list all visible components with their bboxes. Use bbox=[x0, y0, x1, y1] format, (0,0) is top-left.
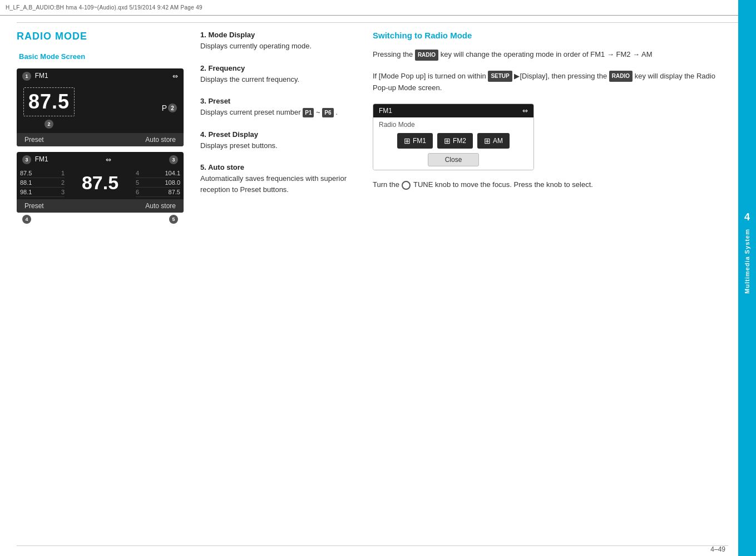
popup-arrow: ⇔ bbox=[522, 107, 528, 115]
popup-am-btn[interactable]: ⊞ AM bbox=[477, 133, 510, 149]
circle-2: 2 bbox=[45, 120, 53, 129]
item-auto-store: 5. Auto store Automatically saves freque… bbox=[200, 163, 350, 195]
popup-fm1-label: FM1 bbox=[413, 137, 426, 145]
item-4-title: 4. Preset Display bbox=[200, 130, 350, 139]
badge-p1: P1 bbox=[303, 108, 314, 117]
main-content: RADIO MODE Basic Mode Screen 1 FM1 ⇔ 87.… bbox=[17, 31, 728, 539]
radio-mode-title: RADIO MODE bbox=[17, 31, 184, 42]
item-3-suffix: . bbox=[335, 108, 338, 116]
exp-body: 87.5 1 88.1 2 98.1 3 87.5 bbox=[17, 166, 184, 199]
popup-buttons: ⊞ FM1 ⊞ FM2 ⊞ AM bbox=[379, 133, 528, 149]
screen-bottom-bar-1: Preset Auto store bbox=[17, 133, 184, 146]
para-1: Pressing the RADIO key will change the o… bbox=[373, 49, 728, 61]
sidebar-number: 4 bbox=[744, 211, 750, 223]
popup-fm1-btn[interactable]: ⊞ FM1 bbox=[397, 133, 433, 149]
item-1-title: 1. Mode Display bbox=[200, 31, 350, 39]
right-column: Switching to Radio Mode Pressing the RAD… bbox=[362, 31, 728, 539]
preset-num-circle: 2 bbox=[168, 104, 177, 112]
annotation-row: 4 5 bbox=[17, 215, 184, 224]
big-freq-num: 87.5 bbox=[82, 172, 118, 194]
popup-body: Radio Mode ⊞ FM1 ⊞ FM2 ⊞ AM bbox=[373, 117, 533, 170]
fm2-icon: ⊞ bbox=[444, 136, 451, 145]
item-3-middle: ~ bbox=[316, 108, 322, 116]
list-item: 4 104.1 bbox=[136, 169, 180, 178]
sidebar-label: Multimedia System bbox=[744, 229, 750, 294]
close-label: Close bbox=[445, 156, 462, 164]
para2-prefix: If [Mode Pop up] is turned on within bbox=[373, 72, 488, 80]
para2-middle: ▶[Display], then pressing the bbox=[514, 72, 609, 80]
circle-4: 4 bbox=[22, 215, 31, 224]
tune-text: Turn the TUNE knob to move the focus. Pr… bbox=[373, 179, 728, 191]
fm1-icon: ⊞ bbox=[404, 136, 411, 145]
item-2-title: 2. Frequency bbox=[200, 64, 350, 72]
radio-key-2: RADIO bbox=[609, 71, 633, 82]
item-preset-display: 4. Preset Display Displays preset button… bbox=[200, 130, 350, 151]
popup-screen: FM1 ⇔ Radio Mode ⊞ FM1 ⊞ FM2 ⊞ AM bbox=[373, 104, 534, 170]
list-item: 88.1 2 bbox=[20, 178, 65, 188]
exp-arrow: ⇔ bbox=[106, 156, 111, 164]
item-5-title: 5. Auto store bbox=[200, 163, 350, 171]
freq-number: 87.5 bbox=[28, 90, 70, 114]
screen-exp-top: 3 FM1 ⇔ 3 bbox=[17, 152, 184, 166]
popup-fm2-btn[interactable]: ⊞ FM2 bbox=[437, 133, 473, 149]
right-sidebar: 4 Multimedia System bbox=[738, 0, 756, 556]
preset-badge: P 2 bbox=[162, 104, 177, 112]
popup-am-label: AM bbox=[493, 137, 503, 145]
big-freq-area: 87.5 bbox=[68, 169, 132, 197]
header-bar: H_LF_A,B_AUDIO:BH hma 4-109~(Audio).qxd … bbox=[0, 0, 756, 16]
circle-1: 1 bbox=[22, 72, 31, 81]
screen-exp-bottom: Preset Auto store bbox=[17, 199, 184, 213]
popup-mode-label: Radio Mode bbox=[379, 121, 528, 129]
item-mode-display: 1. Mode Display Displays currently opera… bbox=[200, 31, 350, 52]
page-number: 4–49 bbox=[710, 545, 725, 553]
basic-mode-subtitle: Basic Mode Screen bbox=[17, 52, 184, 61]
screen-arrow: ⇔ bbox=[172, 72, 178, 80]
item-1-desc: Displays currently operating mode. bbox=[200, 41, 350, 52]
para-2: If [Mode Pop up] is turned on within SET… bbox=[373, 71, 728, 94]
item-3-prefix: Displays current preset number bbox=[200, 108, 303, 116]
circle-5: 5 bbox=[169, 215, 178, 224]
preset-list-right: 4 104.1 5 108.0 6 87.5 bbox=[136, 169, 180, 197]
popup-fm2-label: FM2 bbox=[453, 137, 466, 145]
exp-autostore-label: Auto store bbox=[145, 202, 176, 210]
radio-screen-expanded: 3 FM1 ⇔ 3 87.5 1 88.1 2 bbox=[17, 152, 184, 213]
screen-freq-area: 87.5 2 P 2 bbox=[17, 83, 184, 133]
popup-fm-label: FM1 bbox=[379, 107, 392, 115]
circle-3-left: 3 bbox=[22, 155, 31, 164]
freq-box-wrapper: 87.5 2 bbox=[23, 87, 75, 129]
screen-fm-label: 1 FM1 bbox=[22, 72, 48, 81]
dotted-box: 87.5 bbox=[23, 87, 75, 116]
para1-suffix: key will change the operating mode in or… bbox=[441, 50, 653, 58]
bottom-line bbox=[17, 545, 728, 546]
preset-list-left: 87.5 1 88.1 2 98.1 3 bbox=[20, 169, 65, 197]
popup-header: FM1 ⇔ bbox=[373, 104, 533, 117]
item-2-desc: Displays the current frequency. bbox=[200, 74, 350, 85]
preset-label: Preset bbox=[24, 136, 44, 144]
exp-fm-label: 3 FM1 bbox=[22, 155, 48, 164]
switching-title: Switching to Radio Mode bbox=[373, 31, 728, 40]
left-column: RADIO MODE Basic Mode Screen 1 FM1 ⇔ 87.… bbox=[17, 31, 189, 539]
am-icon: ⊞ bbox=[484, 136, 491, 145]
item-frequency: 2. Frequency Displays the current freque… bbox=[200, 64, 350, 85]
header-text: H_LF_A,B_AUDIO:BH hma 4-109~(Audio).qxd … bbox=[6, 4, 202, 11]
list-item: 87.5 1 bbox=[20, 169, 65, 178]
radio-key-1: RADIO bbox=[415, 50, 438, 61]
item-3-title: 3. Preset bbox=[200, 97, 350, 105]
badge-p6: P6 bbox=[322, 108, 333, 117]
exp-preset-label: Preset bbox=[24, 202, 44, 210]
top-line bbox=[17, 22, 739, 23]
tune-knob-icon bbox=[402, 181, 411, 190]
popup-close-btn[interactable]: Close bbox=[428, 153, 480, 166]
item-3-desc: Displays current preset number P1 ~ P6 . bbox=[200, 107, 350, 118]
screen-top: 1 FM1 ⇔ bbox=[17, 68, 184, 83]
setup-key: SETUP bbox=[488, 71, 512, 82]
circle-3-right: 3 bbox=[169, 155, 178, 164]
item-5-desc: Automatically saves frequencies with sup… bbox=[200, 173, 350, 195]
list-item: 98.1 3 bbox=[20, 188, 65, 197]
radio-screen-basic: 1 FM1 ⇔ 87.5 2 P 2 bbox=[17, 68, 184, 146]
middle-column: 1. Mode Display Displays currently opera… bbox=[189, 31, 362, 539]
autostore-label: Auto store bbox=[145, 136, 176, 144]
list-item: 6 87.5 bbox=[136, 188, 180, 197]
preset-p: P bbox=[162, 104, 167, 112]
item-4-desc: Displays preset buttons. bbox=[200, 140, 350, 151]
